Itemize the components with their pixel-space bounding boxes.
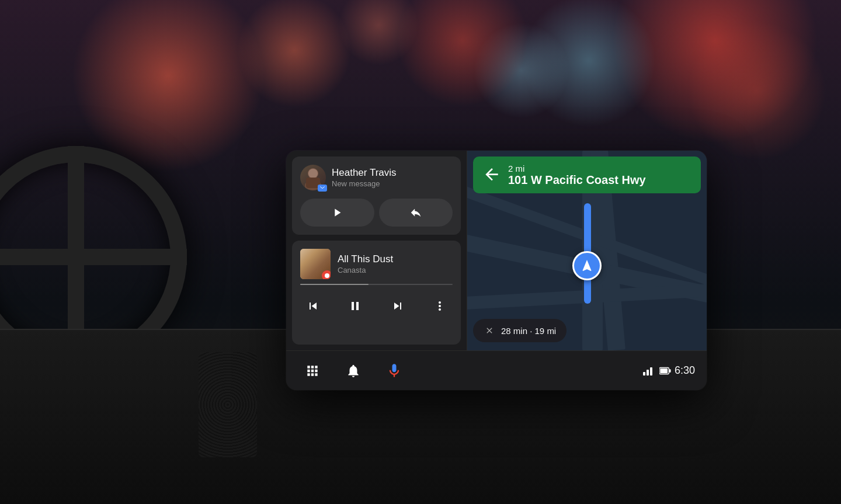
battery-icon bbox=[659, 367, 671, 375]
close-icon bbox=[485, 326, 494, 335]
svg-rect-9 bbox=[669, 369, 671, 372]
microphone-icon bbox=[386, 363, 402, 379]
avatar-container bbox=[300, 165, 326, 190]
time-display: 6:30 bbox=[675, 364, 695, 377]
svg-rect-6 bbox=[647, 370, 649, 376]
microphone-button[interactable] bbox=[380, 356, 409, 385]
nav-left bbox=[298, 356, 409, 385]
android-auto-display: Heather Travis New message bbox=[286, 151, 707, 390]
more-options-button[interactable] bbox=[427, 293, 453, 319]
nav-bar: 6:30 bbox=[286, 350, 707, 390]
reply-icon bbox=[409, 206, 422, 219]
music-header: All This Dust Canasta bbox=[300, 249, 453, 279]
svg-rect-10 bbox=[660, 368, 668, 373]
apps-button[interactable] bbox=[298, 356, 327, 385]
turn-arrow bbox=[482, 166, 501, 185]
skip-next-button[interactable] bbox=[385, 293, 411, 319]
nav-distance: 2 mi bbox=[508, 164, 646, 173]
message-card[interactable]: Heather Travis New message bbox=[292, 157, 461, 235]
status-area: 6:30 bbox=[643, 364, 695, 377]
message-info: Heather Travis New message bbox=[332, 167, 453, 187]
eta-text: 28 min · 19 mi bbox=[501, 326, 556, 336]
music-controls bbox=[300, 293, 453, 319]
song-title: All This Dust bbox=[338, 253, 453, 265]
skip-next-icon bbox=[391, 299, 405, 313]
contact-name: Heather Travis bbox=[332, 167, 453, 179]
display-content: Heather Travis New message bbox=[286, 151, 707, 350]
nav-info: 2 mi 101 W Pacific Coast Hwy bbox=[508, 164, 646, 186]
close-nav-button[interactable] bbox=[484, 325, 495, 336]
album-art bbox=[300, 249, 331, 279]
signal-icon bbox=[643, 366, 656, 376]
message-label: New message bbox=[332, 179, 453, 188]
grid-icon bbox=[305, 363, 320, 378]
progress-bar bbox=[300, 284, 453, 285]
location-marker bbox=[572, 251, 602, 280]
eta-card: 28 min · 19 mi bbox=[473, 319, 567, 342]
svg-rect-5 bbox=[643, 372, 645, 376]
message-badge bbox=[318, 185, 327, 192]
message-badge-icon bbox=[319, 186, 325, 190]
speaker-grille bbox=[199, 352, 257, 457]
progress-fill bbox=[300, 284, 369, 285]
map-panel: 2 mi 101 W Pacific Coast Hwy 28 min · 19… bbox=[467, 151, 707, 350]
skip-prev-icon bbox=[306, 299, 320, 313]
play-icon bbox=[331, 206, 343, 219]
bell-icon bbox=[346, 363, 361, 378]
pause-icon bbox=[348, 299, 362, 313]
play-button[interactable] bbox=[300, 199, 374, 227]
skip-previous-button[interactable] bbox=[300, 293, 326, 319]
notifications-button[interactable] bbox=[339, 356, 368, 385]
reply-button[interactable] bbox=[379, 199, 453, 227]
music-info: All This Dust Canasta bbox=[338, 253, 453, 274]
message-header: Heather Travis New message bbox=[300, 165, 453, 190]
music-card[interactable]: All This Dust Canasta bbox=[292, 241, 461, 345]
navigation-arrow-icon bbox=[580, 259, 594, 273]
more-vert-icon bbox=[433, 299, 447, 313]
turn-left-icon bbox=[482, 166, 501, 185]
youtube-music-badge bbox=[322, 270, 331, 279]
left-panel: Heather Travis New message bbox=[286, 151, 467, 350]
nav-street: 101 W Pacific Coast Hwy bbox=[508, 173, 646, 186]
svg-point-2 bbox=[308, 169, 318, 178]
message-actions bbox=[300, 199, 453, 227]
pause-button[interactable] bbox=[342, 293, 368, 319]
navigation-header: 2 mi 101 W Pacific Coast Hwy bbox=[473, 157, 701, 193]
artist-name: Canasta bbox=[338, 266, 453, 274]
svg-rect-7 bbox=[650, 367, 652, 376]
